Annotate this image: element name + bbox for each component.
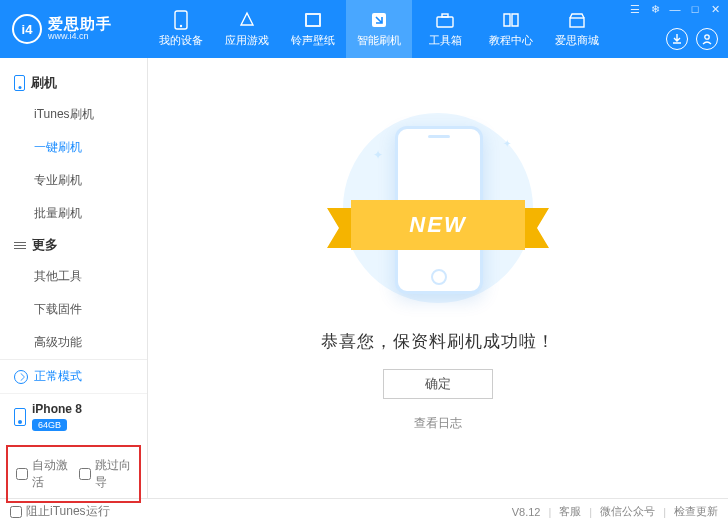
nav-tutorials[interactable]: 教程中心: [478, 0, 544, 58]
success-illustration: ✦ ✦ ✦ ✦ NEW: [333, 108, 543, 308]
refresh-icon: [14, 370, 28, 384]
checkbox-auto-activate[interactable]: 自动激活: [16, 457, 69, 491]
storage-badge: 64GB: [32, 419, 67, 431]
download-icon[interactable]: [666, 28, 688, 50]
user-icon[interactable]: [696, 28, 718, 50]
device-icon: [14, 75, 25, 91]
nav-my-device[interactable]: 我的设备: [148, 0, 214, 58]
checkbox-row: 自动激活 跳过向导: [6, 445, 141, 503]
settings-icon[interactable]: ❄: [648, 3, 662, 16]
main-area: 刷机 iTunes刷机 一键刷机 专业刷机 批量刷机 更多 其他工具 下载固件 …: [0, 58, 728, 498]
svg-point-1: [180, 25, 182, 27]
sidebar-item-other-tools[interactable]: 其他工具: [0, 260, 147, 293]
sidebar-item-batch-flash[interactable]: 批量刷机: [0, 197, 147, 230]
svg-rect-7: [570, 18, 584, 27]
sidebar-bottom: 正常模式 iPhone 8 64GB 自动激活 跳过向导: [0, 359, 147, 509]
nav-store[interactable]: 爱思商城: [544, 0, 610, 58]
wechat-link[interactable]: 微信公众号: [600, 504, 655, 519]
svg-rect-3: [307, 15, 319, 25]
logo-text: 爱思助手 www.i4.cn: [48, 16, 112, 42]
sidebar-item-itunes-flash[interactable]: iTunes刷机: [0, 98, 147, 131]
store-icon: [567, 10, 587, 30]
sidebar-item-pro-flash[interactable]: 专业刷机: [0, 164, 147, 197]
sparkle-icon: ✦: [503, 138, 511, 149]
menu-icon: [14, 242, 26, 249]
ok-button[interactable]: 确定: [383, 369, 493, 399]
header-actions: [666, 28, 718, 50]
svg-rect-6: [442, 14, 448, 17]
close-icon[interactable]: ✕: [708, 3, 722, 16]
sparkle-icon: ✦: [373, 148, 383, 162]
app-header: i4 爱思助手 www.i4.cn 我的设备 应用游戏 铃声壁纸 智能刷机 工具…: [0, 0, 728, 58]
version-label: V8.12: [512, 506, 541, 518]
menu-icon[interactable]: ☰: [628, 3, 642, 16]
content-pane: ✦ ✦ ✦ ✦ NEW 恭喜您，保资料刷机成功啦！ 确定 查看日志: [148, 58, 728, 498]
toolbox-icon: [435, 10, 455, 30]
phone-icon: [14, 408, 26, 426]
book-icon: [501, 10, 521, 30]
top-nav: 我的设备 应用游戏 铃声壁纸 智能刷机 工具箱 教程中心 爱思商城: [148, 0, 610, 58]
section-flash[interactable]: 刷机: [0, 68, 147, 98]
mode-row[interactable]: 正常模式: [0, 360, 147, 394]
support-link[interactable]: 客服: [559, 504, 581, 519]
section-more[interactable]: 更多: [0, 230, 147, 260]
logo[interactable]: i4 爱思助手 www.i4.cn: [0, 14, 148, 44]
device-info: iPhone 8 64GB: [32, 402, 82, 431]
wallpaper-icon: [303, 10, 323, 30]
sidebar-item-oneclick-flash[interactable]: 一键刷机: [0, 131, 147, 164]
checkbox-skip-guide[interactable]: 跳过向导: [79, 457, 132, 491]
nav-flash[interactable]: 智能刷机: [346, 0, 412, 58]
new-ribbon: NEW: [327, 200, 549, 250]
apps-icon: [237, 10, 257, 30]
logo-icon: i4: [12, 14, 42, 44]
update-link[interactable]: 检查更新: [674, 504, 718, 519]
checkbox-block-itunes[interactable]: 阻止iTunes运行: [10, 503, 110, 520]
nav-ringtones[interactable]: 铃声壁纸: [280, 0, 346, 58]
minimize-icon[interactable]: —: [668, 3, 682, 16]
phone-icon: [171, 10, 191, 30]
sidebar: 刷机 iTunes刷机 一键刷机 专业刷机 批量刷机 更多 其他工具 下载固件 …: [0, 58, 148, 498]
sidebar-item-advanced[interactable]: 高级功能: [0, 326, 147, 359]
device-row[interactable]: iPhone 8 64GB: [0, 394, 147, 441]
window-controls: ☰ ❄ — □ ✕: [628, 3, 722, 16]
svg-point-8: [705, 35, 709, 39]
success-message: 恭喜您，保资料刷机成功啦！: [321, 330, 555, 353]
flash-icon: [369, 10, 389, 30]
sidebar-item-download-fw[interactable]: 下载固件: [0, 293, 147, 326]
svg-rect-5: [437, 17, 453, 27]
view-log-link[interactable]: 查看日志: [414, 415, 462, 432]
nav-tools[interactable]: 工具箱: [412, 0, 478, 58]
nav-apps[interactable]: 应用游戏: [214, 0, 280, 58]
maximize-icon[interactable]: □: [688, 3, 702, 16]
